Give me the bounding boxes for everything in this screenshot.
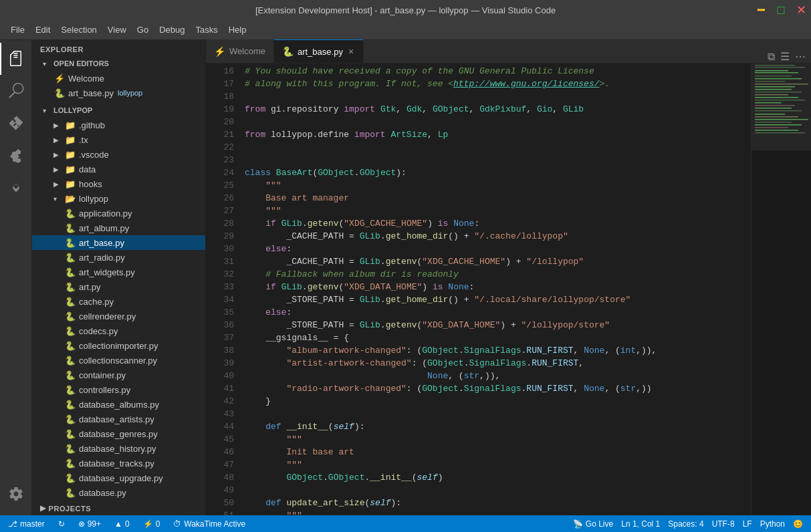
more-actions-button[interactable]: ⋯ xyxy=(795,50,806,63)
lollypop-section[interactable]: ▾ LOLLYPOP xyxy=(32,103,205,118)
python-icon: 🐍 xyxy=(64,266,76,278)
sidebar: Explorer ▾ Open Editors ⚡ Welcome 🐍 art_… xyxy=(32,40,206,515)
tab-close-button[interactable]: × xyxy=(347,46,355,57)
python-icon: 🐍 xyxy=(64,398,76,410)
python-icon: 🐍 xyxy=(64,354,76,366)
open-editor-artbase[interactable]: 🐍 art_base.py lollypop xyxy=(32,86,205,100)
sync-icon-item[interactable]: ↻ xyxy=(55,515,68,532)
file-database-artists[interactable]: 🐍 database_artists.py xyxy=(32,412,205,426)
file-cellrenderer[interactable]: 🐍 cellrenderer.py xyxy=(32,309,205,323)
errors-label: 99+ xyxy=(88,519,101,529)
minimize-button[interactable]: ━ xyxy=(751,0,771,20)
toggle-sidebar-button[interactable]: ☰ xyxy=(780,50,790,63)
python-icon: 🐍 xyxy=(53,87,66,99)
file-collectionimporter[interactable]: 🐍 collectionimporter.py xyxy=(32,338,205,353)
activity-explorer[interactable] xyxy=(0,43,32,75)
python-icon: 🐍 xyxy=(64,340,76,352)
file-database-upgrade[interactable]: 🐍 database_upgrade.py xyxy=(32,471,205,485)
open-editor-welcome[interactable]: ⚡ Welcome xyxy=(32,71,205,86)
activity-extensions[interactable] xyxy=(0,139,32,171)
file-container[interactable]: 🐍 container.py xyxy=(32,368,205,382)
menu-go[interactable]: Go xyxy=(132,22,154,37)
folder-icon: 📂 xyxy=(64,192,76,205)
file-art-base[interactable]: 🐍 art_base.py xyxy=(32,235,205,250)
menu-view[interactable]: View xyxy=(102,22,132,37)
projects-section[interactable]: ▶ PROJECTS xyxy=(32,500,205,515)
errors-item[interactable]: ⊗ 99+ xyxy=(76,515,104,532)
folder-arrow: ▶ xyxy=(53,166,64,173)
file-art-label: art.py xyxy=(79,282,101,292)
position-item[interactable]: Ln 1, Col 1 xyxy=(618,515,663,532)
python-icon: 🐍 xyxy=(64,207,76,219)
open-editors-section[interactable]: ▾ Open Editors xyxy=(32,56,205,71)
line-ending-item[interactable]: LF xyxy=(740,515,755,532)
feedback-item[interactable]: 😊 xyxy=(790,515,806,532)
language-item[interactable]: Python xyxy=(758,515,788,532)
tab-art-base[interactable]: 🐍 art_base.py × xyxy=(274,39,364,63)
activity-bar xyxy=(0,40,32,515)
split-editor-button[interactable]: ⧉ xyxy=(768,51,775,63)
folder-lollypop[interactable]: ▾ 📂 lollypop xyxy=(32,191,205,206)
folder-data[interactable]: ▶ 📁 data xyxy=(32,162,205,176)
menu-tasks[interactable]: Tasks xyxy=(190,22,223,37)
spaces-label: Spaces: 4 xyxy=(668,519,703,529)
wakatime-icon: ⏱ xyxy=(173,519,181,529)
python-icon: 🐍 xyxy=(64,472,76,484)
file-controllers[interactable]: 🐍 controllers.py xyxy=(32,382,205,397)
statusbar: ⎇ master ↻ ⊗ 99+ ▲ 0 ⚡ 0 ⏱ WakaTime Acti… xyxy=(0,515,811,532)
sidebar-header: Explorer xyxy=(32,40,205,56)
file-database-tracks[interactable]: 🐍 database_tracks.py xyxy=(32,456,205,471)
file-database[interactable]: 🐍 database.py xyxy=(32,485,205,500)
tab-welcome[interactable]: ⚡ Welcome xyxy=(206,39,274,63)
lollypop-arrow: ▾ xyxy=(43,107,53,114)
python-icon: 🐍 xyxy=(64,457,76,469)
golive-item[interactable]: 📡 Go Live xyxy=(570,515,616,532)
minimap-content xyxy=(751,63,811,515)
file-database-history[interactable]: 🐍 database_history.py xyxy=(32,441,205,456)
file-codecs[interactable]: 🐍 codecs.py xyxy=(32,323,205,338)
file-art-album[interactable]: 🐍 art_album.py xyxy=(32,221,205,235)
tab-art-base-icon: 🐍 xyxy=(282,46,294,57)
file-collectionscanner[interactable]: 🐍 collectionscanner.py xyxy=(32,353,205,368)
file-database-albums[interactable]: 🐍 database_albums.py xyxy=(32,397,205,412)
menu-selection[interactable]: Selection xyxy=(55,22,102,37)
activity-git[interactable] xyxy=(0,107,32,139)
folder-vscode-label: .vscode xyxy=(79,150,109,160)
menu-help[interactable]: Help xyxy=(223,22,252,37)
activity-debug[interactable] xyxy=(0,171,32,203)
warnings-item[interactable]: ▲ 0 xyxy=(112,515,132,532)
menu-debug[interactable]: Debug xyxy=(154,22,190,37)
spaces-item[interactable]: Spaces: 4 xyxy=(665,515,706,532)
folder-arrow: ▶ xyxy=(53,180,64,188)
menu-file[interactable]: File xyxy=(5,22,30,37)
folder-arrow: ▶ xyxy=(53,151,64,158)
feedback-icon: 😊 xyxy=(793,519,803,529)
wakatime-item[interactable]: ⏱ WakaTime Active xyxy=(170,515,248,532)
folder-github[interactable]: ▶ 📁 .github xyxy=(32,118,205,132)
file-database-genres[interactable]: 🐍 database_genres.py xyxy=(32,426,205,441)
code-editor[interactable]: # You should have received a copy of the… xyxy=(239,63,751,515)
folder-hooks[interactable]: ▶ 📁 hooks xyxy=(32,176,205,191)
file-application[interactable]: 🐍 application.py xyxy=(32,206,205,221)
file-art-radio[interactable]: 🐍 art_radio.py xyxy=(32,250,205,265)
menu-edit[interactable]: Edit xyxy=(30,22,55,37)
lightning-item[interactable]: ⚡ 0 xyxy=(140,515,163,532)
maximize-button[interactable]: □ xyxy=(771,0,791,20)
file-art[interactable]: 🐍 art.py xyxy=(32,279,205,294)
folder-data-label: data xyxy=(79,164,96,174)
close-button[interactable]: ✕ xyxy=(791,0,811,20)
git-branch[interactable]: ⎇ master xyxy=(5,515,47,532)
activity-settings[interactable] xyxy=(0,478,32,510)
encoding-item[interactable]: UTF-8 xyxy=(709,515,737,532)
python-icon: 🐍 xyxy=(64,428,76,440)
python-icon: 🐍 xyxy=(64,369,76,381)
folder-tx[interactable]: ▶ 📁 .tx xyxy=(32,132,205,147)
file-database-tracks-label: database_tracks.py xyxy=(79,458,154,469)
activity-search[interactable] xyxy=(0,75,32,107)
open-editor-artbase-badge: lollypop xyxy=(118,89,142,97)
file-cache[interactable]: 🐍 cache.py xyxy=(32,294,205,309)
file-art-widgets[interactable]: 🐍 art_widgets.py xyxy=(32,265,205,279)
projects-arrow: ▶ xyxy=(40,504,46,513)
line-numbers: 1617181920212223242526272829303132333435… xyxy=(206,63,239,515)
folder-vscode[interactable]: ▶ 📁 .vscode xyxy=(32,147,205,162)
